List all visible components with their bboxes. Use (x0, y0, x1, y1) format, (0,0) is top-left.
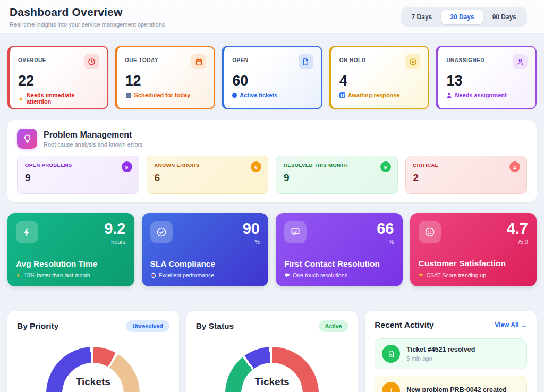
priority-donut-chart: Tickets (46, 347, 140, 392)
activity-item-resolved[interactable]: Ticket #4521 resolved 5 min ago (375, 338, 527, 369)
count-badge: 6 (251, 161, 261, 172)
metric-value: 9.2 (104, 221, 125, 236)
page-title: Dashboard Overview (10, 6, 165, 19)
stat-label: OVERDUE (18, 57, 46, 63)
metric-value: 66 (377, 221, 394, 236)
stat-card-on-hold[interactable]: ON HOLD 4 Awaiting response (329, 46, 430, 109)
metric-value: 90 (243, 221, 260, 236)
metric-avg-resolution-time: 9.2 hours Avg Resolution Time 15% faster… (7, 213, 134, 286)
metric-title: Customer Satisfaction (419, 259, 529, 268)
metric-status: ★ CSAT Score trending up (419, 271, 529, 278)
stat-cards-row: OVERDUE 22 ▲ Needs immediate attention D… (7, 46, 537, 109)
stat-label: UNASSIGNED (446, 57, 484, 63)
bottom-row: By Priority Unresolved Tickets By Status… (7, 311, 537, 392)
view-all-link[interactable]: View All → (495, 321, 527, 329)
problem-card-known-errors[interactable]: KNOWN ERRORS 6 6 (147, 156, 269, 194)
problem-cards-row: OPEN PROBLEMS 9 9 KNOWN ERRORS 6 6 RESOL… (17, 156, 527, 194)
target-mini-icon (150, 272, 156, 278)
count-badge: 9 (122, 161, 132, 172)
stat-label: DUE TODAY (125, 57, 158, 63)
metric-status: Excellent performance (150, 272, 260, 278)
chat-mini-icon (284, 272, 290, 278)
person-mini-icon (446, 92, 452, 98)
metric-unit: % (377, 238, 394, 245)
problem-alert-icon (382, 382, 400, 392)
calendar-icon (191, 54, 206, 69)
chat-bubble-icon (284, 221, 307, 243)
stat-value: 4 (339, 73, 421, 89)
smiley-icon (419, 221, 441, 243)
problem-card-open-problems[interactable]: OPEN PROBLEMS 9 9 (17, 156, 139, 194)
metric-title: Avg Resolution Time (16, 259, 126, 269)
page-header: Dashboard Overview Real-time insights in… (0, 0, 544, 34)
unresolved-badge: Unresolved (126, 320, 169, 332)
kpi-metrics-row: 9.2 hours Avg Resolution Time 15% faster… (7, 213, 537, 286)
panel-title: By Status (196, 321, 234, 331)
metric-value: 4.7 (507, 221, 528, 236)
problem-management-section: Problem Management Root cause analysis a… (7, 120, 537, 202)
stat-value: 13 (446, 73, 528, 89)
problem-title: Problem Management (44, 130, 142, 140)
activity-text: New problem PRB-0042 created (406, 386, 506, 392)
donut-center-label: Tickets (46, 376, 140, 388)
header-text: Dashboard Overview Real-time insights in… (10, 6, 165, 28)
stat-status: Awaiting response (339, 92, 421, 98)
stat-status: Active tickets (232, 92, 313, 98)
document-icon (299, 54, 313, 69)
stat-value: 12 (125, 73, 207, 89)
problem-header-text: Problem Management Root cause analysis a… (44, 130, 142, 148)
count-badge: 9 (380, 161, 391, 172)
page-subtitle: Real-time insights into your service man… (10, 21, 165, 28)
problem-card-critical[interactable]: CRITICAL 2 2 (405, 156, 528, 194)
metric-status: 15% faster than last month (16, 272, 126, 278)
stat-status: Scheduled for today (125, 92, 207, 98)
warning-icon: ▲ (18, 95, 24, 101)
stat-value: 60 (232, 73, 313, 89)
count-badge: 2 (509, 161, 520, 172)
panel-title: Recent Activity (375, 320, 434, 330)
range-7-days[interactable]: 7 Days (403, 10, 441, 24)
problem-card-resolved-month[interactable]: RESOLVED THIS MONTH 9 9 (276, 156, 398, 194)
by-priority-panel: By Priority Unresolved Tickets (7, 311, 179, 392)
pause-icon (405, 54, 420, 69)
metric-first-contact-resolution: 66 % First Contact Resolution One-touch … (276, 213, 403, 286)
metric-title: First Contact Resolution (284, 259, 394, 269)
range-toggle: 7 Days 30 Days 90 Days (401, 7, 527, 27)
donut-center-label: Tickets (225, 376, 319, 388)
metric-unit: hours (104, 238, 125, 245)
stat-status: ▲ Needs immediate attention (18, 92, 99, 105)
person-icon (513, 54, 528, 69)
activity-text: Ticket #4521 resolved 5 min ago (406, 346, 475, 362)
metric-title: SLA Compliance (150, 259, 260, 269)
metric-customer-satisfaction: 4.7 /5.0 Customer Satisfaction ★ CSAT Sc… (410, 213, 537, 286)
metric-unit: % (243, 238, 260, 245)
problem-subtitle: Root cause analysis and known errors (44, 141, 142, 148)
bolt-mini-icon (16, 272, 21, 278)
lightning-icon (16, 221, 38, 243)
check-circle-icon (150, 221, 173, 243)
panel-title: By Priority (17, 321, 58, 331)
active-badge: Active (319, 320, 348, 332)
range-30-days[interactable]: 30 Days (441, 10, 482, 24)
stat-label: OPEN (232, 57, 248, 63)
stat-card-open[interactable]: OPEN 60 Active tickets (222, 46, 322, 109)
lightbulb-icon (17, 129, 37, 149)
stat-card-unassigned[interactable]: UNASSIGNED 13 Needs assignment (436, 46, 537, 109)
metric-sla-compliance: 90 % SLA Compliance Excellent performanc… (142, 213, 269, 286)
status-donut-chart: Tickets (225, 347, 319, 392)
range-90-days[interactable]: 90 Days (484, 10, 525, 24)
stat-card-due-today[interactable]: DUE TODAY 12 Scheduled for today (115, 46, 216, 109)
activity-item-problem[interactable]: New problem PRB-0042 created (375, 376, 527, 392)
clock-icon (84, 54, 99, 69)
stat-status: Needs assignment (446, 92, 528, 98)
by-status-panel: By Status Active Tickets (186, 311, 358, 392)
stat-card-overdue[interactable]: OVERDUE 22 ▲ Needs immediate attention (7, 46, 108, 109)
metric-unit: /5.0 (507, 238, 528, 245)
stat-value: 22 (18, 73, 99, 89)
recent-activity-panel: Recent Activity View All → Ticket #4521 … (365, 311, 537, 392)
blue-dot-icon (232, 93, 237, 98)
metric-status: One-touch resolutions (284, 272, 394, 278)
activity-list: Ticket #4521 resolved 5 min ago New prob… (375, 338, 527, 392)
calendar-mini-icon (125, 92, 132, 98)
star-icon: ★ (419, 271, 424, 278)
